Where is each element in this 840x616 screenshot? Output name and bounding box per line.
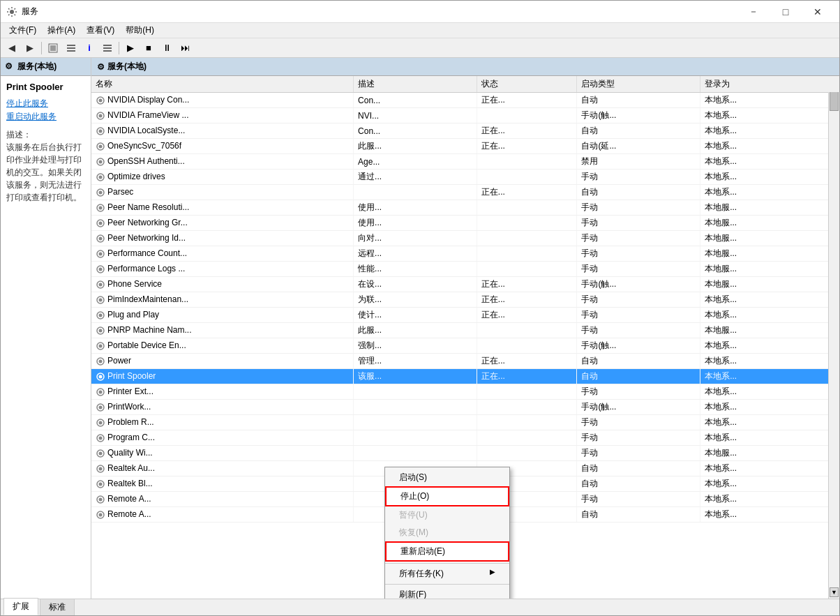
menu-action[interactable]: 操作(A) bbox=[42, 23, 81, 38]
table-row[interactable]: Peer Networking Id...向对...手动本地服... bbox=[91, 231, 839, 246]
ctx-resume: 恢复(M) bbox=[385, 524, 509, 541]
scroll-thumb[interactable] bbox=[830, 90, 839, 111]
service-starttype-cell: 手动 bbox=[577, 200, 700, 216]
toolbar-up[interactable] bbox=[45, 40, 61, 56]
menu-view[interactable]: 查看(V) bbox=[81, 23, 120, 38]
service-logon-cell: 本地系... bbox=[700, 354, 839, 369]
col-header-name[interactable]: 名称 bbox=[91, 76, 354, 93]
service-logon-cell: 本地系... bbox=[700, 400, 839, 415]
table-row[interactable]: Parsec正在...自动本地系... bbox=[91, 185, 839, 200]
svg-point-13 bbox=[99, 129, 103, 133]
service-gear-icon bbox=[96, 126, 105, 136]
service-status-cell bbox=[477, 246, 577, 262]
service-name-cell: PimIndexMaintenan... bbox=[91, 292, 354, 308]
service-gear-icon bbox=[96, 387, 105, 397]
service-status-cell: 正在... bbox=[477, 123, 577, 139]
service-desc-cell: Age... bbox=[354, 154, 477, 170]
maximize-button[interactable]: □ bbox=[770, 1, 802, 23]
service-gear-icon bbox=[96, 495, 105, 504]
main-area: ⚙ 服务(本地) Print Spooler 停止此服务 重启动此服务 描述： … bbox=[1, 58, 839, 599]
stop-service-link[interactable]: 停止此服务 bbox=[6, 98, 85, 110]
service-name-cell: Plug and Play bbox=[91, 308, 354, 323]
toolbar-stop[interactable]: ■ bbox=[140, 40, 157, 56]
tab-standard[interactable]: 标准 bbox=[40, 599, 75, 615]
table-row[interactable]: Performance Count...远程...手动本地服... bbox=[91, 246, 839, 262]
tab-expand[interactable]: 扩展 bbox=[3, 598, 38, 615]
ctx-stop[interactable]: 停止(O) bbox=[385, 486, 509, 506]
table-container[interactable]: 名称 描述 状态 启动类型 登录为 NVIDIA Display Con...C… bbox=[91, 76, 839, 599]
ctx-alltasks[interactable]: 所有任务(K) bbox=[385, 565, 509, 583]
toolbar: ◀ ▶ i ▶ ■ ⏸ ⏭ bbox=[1, 38, 839, 58]
toolbar-forward[interactable]: ▶ bbox=[22, 40, 38, 56]
minimize-button[interactable]: － bbox=[737, 1, 770, 23]
table-row[interactable]: Quality Wi...手动本地服... bbox=[91, 446, 839, 461]
service-gear-icon bbox=[96, 464, 105, 474]
toolbar-back[interactable]: ◀ bbox=[3, 40, 20, 56]
service-gear-icon bbox=[96, 326, 105, 336]
service-name-cell: Printer Ext... bbox=[91, 384, 354, 400]
service-logon-cell: 本地服... bbox=[700, 200, 839, 216]
svg-rect-5 bbox=[67, 50, 75, 52]
table-row[interactable]: Power管理...正在...自动本地系... bbox=[91, 354, 839, 369]
col-header-starttype[interactable]: 启动类型 bbox=[577, 76, 700, 93]
close-button[interactable]: ✕ bbox=[802, 1, 834, 23]
table-row[interactable]: NVIDIA FrameView ...NVI...手动(触...本地系... bbox=[91, 108, 839, 123]
table-row[interactable]: Performance Logs ...性能...手动本地服... bbox=[91, 262, 839, 277]
service-starttype-cell: 手动(触... bbox=[577, 108, 700, 123]
table-row[interactable]: Optimize drives通过...手动本地系... bbox=[91, 170, 839, 185]
ctx-start[interactable]: 启动(S) bbox=[385, 469, 509, 486]
svg-point-55 bbox=[99, 451, 103, 455]
table-row[interactable]: Program C...手动本地系... bbox=[91, 430, 839, 446]
table-row[interactable]: Phone Service在设...正在...手动(触...本地服... bbox=[91, 277, 839, 292]
table-row[interactable]: OpenSSH Authenti...Age...禁用本地系... bbox=[91, 154, 839, 170]
table-row[interactable]: Printer Ext...手动本地系... bbox=[91, 384, 839, 400]
table-row[interactable]: NVIDIA LocalSyste...Con...正在...自动本地系... bbox=[91, 123, 839, 139]
scrollbar[interactable]: ▲ ▼ bbox=[828, 76, 839, 599]
menu-help[interactable]: 帮助(H) bbox=[120, 23, 160, 38]
ctx-refresh[interactable]: 刷新(F) bbox=[385, 586, 509, 599]
table-row[interactable]: Print Spooler该服...正在...自动本地系... bbox=[91, 369, 839, 384]
main-window: 服务 － □ ✕ 文件(F) 操作(A) 查看(V) 帮助(H) ◀ ▶ i ▶… bbox=[0, 0, 840, 616]
table-row[interactable]: OneSyncSvc_7056f此服...正在...自动(延...本地系... bbox=[91, 139, 839, 154]
toolbar-restart[interactable]: ⏭ bbox=[177, 40, 193, 56]
toolbar-show-hide[interactable] bbox=[63, 40, 80, 56]
table-row[interactable]: PNRP Machine Nam...此服...手动本地服... bbox=[91, 323, 839, 338]
restart-service-link[interactable]: 重启动此服务 bbox=[6, 111, 85, 123]
svg-point-51 bbox=[99, 421, 103, 424]
toolbar-play[interactable]: ▶ bbox=[122, 40, 139, 56]
service-gear-icon bbox=[96, 142, 105, 151]
service-gear-icon bbox=[96, 356, 105, 366]
service-gear-icon bbox=[96, 295, 105, 305]
service-logon-cell: 本地服... bbox=[700, 323, 839, 338]
service-status-cell: 正在... bbox=[477, 93, 577, 108]
left-panel-header: ⚙ 服务(本地) bbox=[1, 58, 91, 76]
table-row[interactable]: NVIDIA Display Con...Con...正在...自动本地系... bbox=[91, 93, 839, 108]
right-panel-title: 服务(本地) bbox=[107, 61, 147, 73]
svg-point-21 bbox=[99, 190, 103, 194]
toolbar-info[interactable]: i bbox=[81, 40, 98, 56]
toolbar-pause[interactable]: ⏸ bbox=[158, 40, 175, 56]
col-header-status[interactable]: 状态 bbox=[477, 76, 577, 93]
table-row[interactable]: Peer Networking Gr...使用...手动本地服... bbox=[91, 216, 839, 231]
table-row[interactable]: PrintWork...手动(触...本地系... bbox=[91, 400, 839, 415]
service-name-cell: Quality Wi... bbox=[91, 446, 354, 461]
col-header-logon[interactable]: 登录为 bbox=[700, 76, 839, 93]
table-row[interactable]: Problem R...手动本地系... bbox=[91, 415, 839, 430]
svg-point-45 bbox=[99, 375, 103, 378]
svg-point-15 bbox=[99, 144, 103, 148]
service-name-cell: Peer Networking Id... bbox=[91, 231, 354, 246]
table-row[interactable]: Plug and Play使计...正在...手动本地系... bbox=[91, 308, 839, 323]
title-bar-left: 服务 bbox=[6, 6, 38, 17]
ctx-restart[interactable]: 重新启动(E) bbox=[385, 541, 509, 562]
table-row[interactable]: Portable Device En...强制...手动(触...本地系... bbox=[91, 338, 839, 354]
service-desc-cell: NVI... bbox=[354, 108, 477, 123]
col-header-desc[interactable]: 描述 bbox=[354, 76, 477, 93]
service-description: 描述： 该服务在后台执行打印作业并处理与打印机的交互。如果关闭该服务，则无法进行… bbox=[6, 128, 85, 204]
table-row[interactable]: Peer Name Resoluti...使用...手动本地服... bbox=[91, 200, 839, 216]
toolbar-list[interactable] bbox=[99, 40, 116, 56]
service-starttype-cell: 手动 bbox=[577, 323, 700, 338]
table-row[interactable]: PimIndexMaintenan...为联...正在...手动本地系... bbox=[91, 292, 839, 308]
service-gear-icon bbox=[96, 280, 105, 290]
menu-file[interactable]: 文件(F) bbox=[3, 23, 42, 38]
scroll-down-btn[interactable]: ▼ bbox=[830, 587, 839, 597]
